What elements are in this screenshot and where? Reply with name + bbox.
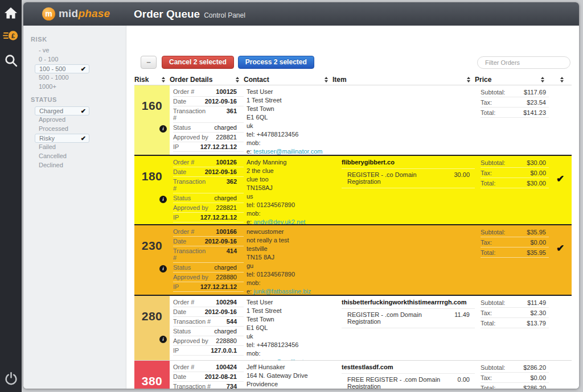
sort-down-arrow xyxy=(541,80,544,82)
search-icon[interactable] xyxy=(0,53,22,70)
email-link[interactable]: junk@fatbassline.biz xyxy=(253,288,311,295)
contact-line: Andy Manning xyxy=(247,158,329,167)
info-icon[interactable]: i xyxy=(159,125,167,133)
email-link[interactable]: testuser@mailinator.com xyxy=(253,148,322,155)
detail-row: Approved by228821 xyxy=(173,203,244,213)
filter-item-label: 1000+ xyxy=(39,83,56,90)
order-row[interactable]: 160iOrder #100125Date2012-09-16Transacti… xyxy=(134,85,572,155)
contact-line: tel: 01234567890 xyxy=(247,201,329,209)
column-header-contact[interactable]: Contact xyxy=(244,74,332,85)
order-row[interactable]: 380iOrder #100424Date2012-08-21Transacti… xyxy=(134,361,572,389)
collapse-button[interactable]: − xyxy=(141,56,157,69)
price-value: $35.95 xyxy=(527,229,546,236)
detail-label: Approved by xyxy=(173,204,208,211)
detail-row: Order #100166 xyxy=(173,227,244,237)
filter-item-processed[interactable]: Processed xyxy=(39,125,126,134)
price-value: $2.30 xyxy=(530,310,546,316)
currency-coin-icon[interactable]: £ xyxy=(0,30,22,44)
detail-value: 100166 xyxy=(216,228,237,235)
detail-value: 127.12.21.12 xyxy=(200,143,237,150)
cancel-selected-button[interactable]: Cancel 2 selected xyxy=(162,56,234,69)
detail-label: Date xyxy=(173,238,186,245)
info-icon[interactable]: i xyxy=(159,265,167,273)
column-header-label: Order Details xyxy=(170,76,212,84)
column-header-risk[interactable]: Risk xyxy=(134,74,170,85)
filter-item-100-500[interactable]: 100 - 500✔ xyxy=(35,64,89,73)
info-icon[interactable]: i xyxy=(159,196,167,203)
order-row[interactable]: 280iOrder #100294Date2012-09-16Transacti… xyxy=(134,296,572,361)
check-icon: ✔ xyxy=(81,65,86,73)
contact-email-line: e: testuser@mailinator.com xyxy=(247,147,329,155)
detail-label: IP xyxy=(173,347,179,354)
price-label: Total: xyxy=(481,249,495,256)
price-row: Total:$13.79 xyxy=(481,318,549,328)
price-row: Subtotal:$117.69 xyxy=(481,87,549,97)
order-details-cell: Order #100166Date2012-09-16Transaction #… xyxy=(170,225,244,296)
filter-item-approved[interactable]: Approved xyxy=(39,115,126,125)
info-icon[interactable]: i xyxy=(159,336,167,343)
select-cell[interactable]: ✔ xyxy=(549,156,572,225)
detail-value: charged xyxy=(214,264,237,271)
filter-item-label: Charged xyxy=(39,107,63,115)
detail-value: 127.0.0.1 xyxy=(211,347,237,354)
detail-value: 2012-09-16 xyxy=(205,168,237,175)
order-details-cell: Order #100126Date2012-09-16Transaction #… xyxy=(170,156,244,225)
detail-row: Order #100294 xyxy=(173,298,244,307)
check-icon: ✔ xyxy=(81,107,86,115)
process-selected-button[interactable]: Process 2 selected xyxy=(238,56,314,69)
column-header-label: Item xyxy=(332,76,347,84)
detail-value: 228821 xyxy=(216,204,237,211)
filter-item-label: 500 - 1000 xyxy=(39,74,69,81)
order-row[interactable]: 180iOrder #100126Date2012-09-16Transacti… xyxy=(134,155,572,225)
price-cell: Subtotal:$30.00Tax:$0.00Total:$30.00 xyxy=(475,156,549,225)
filter-item-ve[interactable]: - ve xyxy=(39,46,126,55)
column-header-item[interactable]: Item xyxy=(332,74,475,85)
filter-item-failed[interactable]: Failed xyxy=(39,143,126,152)
select-cell[interactable] xyxy=(549,361,572,389)
select-cell[interactable] xyxy=(549,85,572,155)
power-icon[interactable] xyxy=(0,371,22,387)
detail-label: Approved by xyxy=(173,274,208,280)
item-description: REGISTER - .com Domain Registration xyxy=(347,311,451,325)
filter-item-label: Risky xyxy=(39,134,55,142)
filter-item-500-1000[interactable]: 500 - 1000 xyxy=(39,73,126,82)
sort-icon xyxy=(541,77,544,82)
column-header-price[interactable]: Price xyxy=(475,74,549,85)
detail-row: Date2012-09-16 xyxy=(173,167,244,177)
contact-line: 2 the clue xyxy=(247,167,329,175)
column-header-select[interactable] xyxy=(549,74,572,85)
select-cell[interactable]: ✔ xyxy=(549,225,572,296)
risk-cell: 160i xyxy=(134,85,170,155)
sort-down-arrow xyxy=(162,80,165,82)
price-value: $23.54 xyxy=(527,99,546,106)
filter-item-declined[interactable]: Declined xyxy=(39,161,126,170)
filter-item-charged[interactable]: Charged✔ xyxy=(35,106,89,115)
home-icon[interactable] xyxy=(0,7,22,22)
midphase-logo-icon[interactable]: m xyxy=(42,7,55,20)
order-row[interactable]: 230iOrder #100166Date2012-09-16Transacti… xyxy=(134,225,572,296)
email-link[interactable]: andy@dev.uk2.net xyxy=(253,218,305,225)
filter-item-label: 100 - 500 xyxy=(39,65,65,73)
contact-cell: Test User1 Test StreetTest TownE1 6QLukt… xyxy=(244,296,332,361)
detail-row: IP127.0.0.1 xyxy=(173,346,244,356)
contact-line: 1 Test Street xyxy=(247,96,329,105)
detail-row: Date2012-09-16 xyxy=(173,97,244,106)
detail-value: charged xyxy=(214,124,237,131)
filter-item-cancelled[interactable]: Cancelled xyxy=(39,152,126,161)
filter-item-1000[interactable]: 1000+ xyxy=(39,82,126,92)
filter-item-risky[interactable]: Risky✔ xyxy=(35,134,89,143)
filter-orders-input[interactable] xyxy=(477,56,570,69)
brand-wordmark[interactable]: midphase xyxy=(59,7,110,20)
price-value: $141.23 xyxy=(523,109,546,116)
detail-label: Approved by xyxy=(173,337,208,344)
detail-label: IP xyxy=(173,283,179,290)
contact-line: testville xyxy=(247,245,329,253)
select-cell[interactable] xyxy=(549,296,572,361)
sort-up-arrow xyxy=(325,77,328,79)
filter-item-0-100[interactable]: 0 - 100 xyxy=(39,55,126,64)
column-header-order-details[interactable]: Order Details xyxy=(170,74,244,85)
price-label: Tax: xyxy=(481,170,492,176)
filter-section-header-risk: RISK xyxy=(31,36,126,44)
contact-line: not really a test xyxy=(247,236,329,245)
contact-email-line: e: andy@dev.uk2.net xyxy=(247,218,329,225)
